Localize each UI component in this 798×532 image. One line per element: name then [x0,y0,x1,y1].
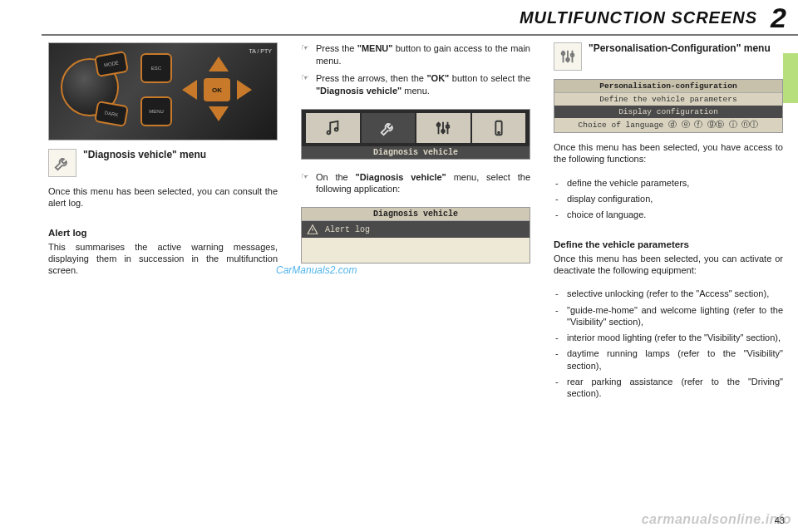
step-3: ☞ On the "Diagnosis vehicle" menu, selec… [301,171,530,196]
lcd2-blank [302,238,530,263]
personalisation-intro: Once this menu has been selected, you ha… [554,141,783,165]
warning-triangle-icon [307,224,318,235]
left-arrow-icon [182,80,197,100]
lcd-label: Diagnosis vehicle [302,146,530,159]
lcd-cell-music [306,113,360,143]
page-columns: TA / PTY MODE DARK ESC MENU OK "Diagnosi… [0,42,798,407]
params-list: selective unlocking (refer to the "Acces… [554,288,783,399]
pointer-icon: ☞ [301,171,309,196]
pointer-icon: ☞ [301,72,309,97]
ok-button-graphic: OK [204,78,230,101]
column-middle: ☞ Press the "MENU" button to gain access… [301,42,530,407]
list-item: interior mood lighting (refer to the "Vi… [554,332,783,343]
up-arrow-icon [209,57,229,71]
lcd-menu-graphic: Diagnosis vehicle [301,109,530,160]
wrench-icon [48,149,76,177]
arrow-pad-graphic: OK [177,52,257,128]
lcd3-title: Personalisation-configuration [554,80,782,93]
phone-icon [490,119,508,137]
svg-point-0 [328,131,331,134]
lcd-cell-phone [472,113,526,143]
pointer-icon: ☞ [301,42,309,67]
dark-button-graphic: DARK [94,101,129,127]
function-list: define the vehicle parameters, display c… [554,177,783,221]
lcd-alert-log-graphic: Diagnosis vehicle Alert log [301,207,530,264]
step-3-text: On the "Diagnosis vehicle" menu, select … [316,171,530,196]
control-panel-photo: TA / PTY MODE DARK ESC MENU OK [48,42,278,140]
list-item: selective unlocking (refer to the "Acces… [554,288,783,299]
column-left: TA / PTY MODE DARK ESC MENU OK "Diagnosi… [48,42,278,407]
alert-log-heading: Alert log [48,228,278,238]
lcd2-title: Diagnosis vehicle [302,208,530,221]
define-params-heading: Define the vehicle parameters [554,239,783,249]
lcd-cell-sliders [416,113,470,143]
svg-point-6 [498,131,500,133]
lcd-cell-wrench [362,113,416,143]
list-item: choice of language. [554,209,783,220]
list-item: define the vehicle parameters, [554,177,783,189]
personalisation-callout-title: "Personalisation-Configuration" menu [589,42,771,55]
step-1: ☞ Press the "MENU" button to gain access… [301,42,530,67]
lcd2-row-label: Alert log [325,225,370,234]
list-item: display configuration, [554,193,783,204]
mode-button-graphic: MODE [94,51,129,77]
chapter-number: 2 [771,7,786,29]
svg-point-1 [335,128,338,131]
music-note-icon [323,119,342,137]
sliders-icon [554,42,582,71]
diagnosis-intro-text: Once this menu has been selected, you ca… [48,185,278,209]
page-header: MULTIFUNCTION SCREENS 2 [0,0,798,34]
lcd-menubar [302,110,530,146]
step-2: ☞ Press the arrows, then the "OK" button… [301,72,530,97]
sliders-icon [434,119,452,137]
step-2-text: Press the arrows, then the "OK" button t… [316,72,530,97]
lcd3-row-3: Choice of language ⓓ ⓔ ⓕ ⓖⓑ ⓘ ⓝⓛ [554,118,782,132]
down-arrow-icon [209,106,229,121]
diagnosis-callout: "Diagnosis vehicle" menu [48,149,278,177]
right-arrow-icon [237,80,252,100]
list-item: rear parking assistance (refer to the "D… [554,376,783,400]
lcd3-row-2: Display configuration [554,106,782,118]
watermark-carmanualsonline: carmanualsonline.info [642,512,791,527]
column-right: "Personalisation-Configuration" menu Per… [554,42,783,407]
list-item: daytime running lamps (refer to the "Vis… [554,347,783,372]
personalisation-callout: "Personalisation-Configuration" menu [554,42,783,71]
menu-button-graphic: MENU [140,96,172,126]
header-divider [42,34,798,36]
lcd-personalisation-graphic: Personalisation-configuration Define the… [554,79,783,133]
step-1-text: Press the "MENU" button to gain access t… [316,42,530,67]
define-params-intro: Once this menu has been selected, you ca… [554,253,783,277]
lcd3-row-1: Define the vehicle parameters [554,93,782,106]
esc-button-graphic: ESC [140,53,172,83]
diagnosis-callout-title: "Diagnosis vehicle" menu [83,149,206,161]
watermark-carmanuals2: CarManuals2.com [276,264,357,276]
page-title: MULTIFUNCTION SCREENS [520,8,757,27]
alert-log-body: This summarises the active warning messa… [48,241,278,277]
list-item: "guide-me-home" and welcome lighting (re… [554,304,783,328]
side-tab [783,53,798,103]
wrench-icon [379,119,397,137]
lcd2-row-alert-log: Alert log [302,221,530,238]
